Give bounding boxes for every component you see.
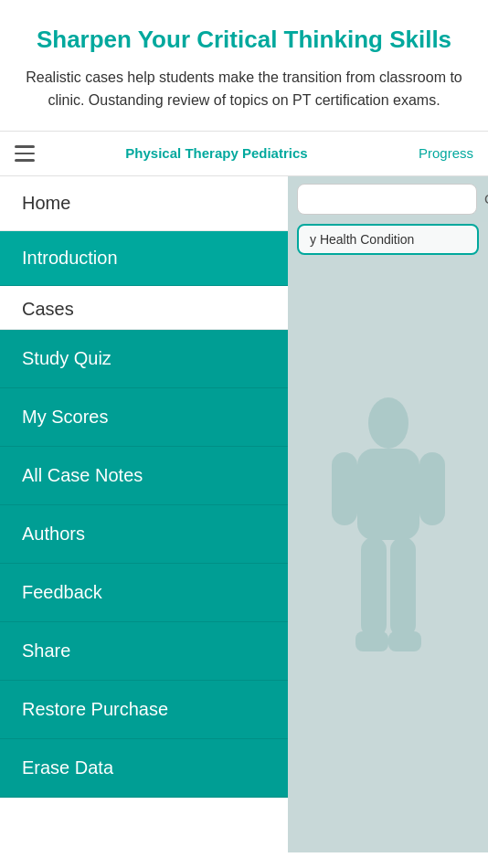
sidebar-item-my-scores[interactable]: My Scores xyxy=(0,388,288,447)
svg-rect-5 xyxy=(390,537,416,638)
sidebar-item-introduction[interactable]: Introduction xyxy=(0,231,288,286)
cancel-button[interactable]: Cancel xyxy=(484,191,488,206)
search-bar-area: Cancel xyxy=(288,176,488,222)
sidebar-item-erase-data[interactable]: Erase Data xyxy=(0,739,288,798)
app-header: Sharpen Your Critical Thinking Skills Re… xyxy=(0,0,488,131)
search-input[interactable] xyxy=(297,184,477,215)
right-panel: Cancel y Health Condition xyxy=(288,176,488,852)
app-description: Realistic cases help students make the t… xyxy=(22,67,466,112)
svg-rect-4 xyxy=(361,537,387,638)
svg-rect-7 xyxy=(388,631,421,651)
sidebar-item-home[interactable]: Home xyxy=(0,176,288,231)
sidebar-item-study-quiz[interactable]: Study Quiz xyxy=(0,330,288,388)
background-figure xyxy=(288,249,488,852)
sidebar-cases-label: Cases xyxy=(0,286,288,330)
svg-rect-3 xyxy=(419,452,445,525)
sidebar-item-restore-purchase[interactable]: Restore Purchase xyxy=(0,681,288,739)
sidebar-item-share[interactable]: Share xyxy=(0,622,288,681)
sidebar-item-all-case-notes[interactable]: All Case Notes xyxy=(0,447,288,505)
nav-progress-link[interactable]: Progress xyxy=(419,145,473,161)
svg-rect-1 xyxy=(357,449,419,540)
nav-app-name: Physical Therapy Pediatrics xyxy=(15,145,419,161)
sidebar-item-feedback[interactable]: Feedback xyxy=(0,564,288,622)
sidebar: Home Introduction Cases Study Quiz My Sc… xyxy=(0,176,288,852)
sidebar-item-authors[interactable]: Authors xyxy=(0,505,288,564)
svg-rect-6 xyxy=(355,631,388,651)
svg-rect-2 xyxy=(332,452,357,525)
main-content: Home Introduction Cases Study Quiz My Sc… xyxy=(0,176,488,852)
app-title: Sharpen Your Critical Thinking Skills xyxy=(22,26,466,54)
svg-point-0 xyxy=(368,397,408,449)
nav-bar: Physical Therapy Pediatrics Progress xyxy=(0,131,488,176)
